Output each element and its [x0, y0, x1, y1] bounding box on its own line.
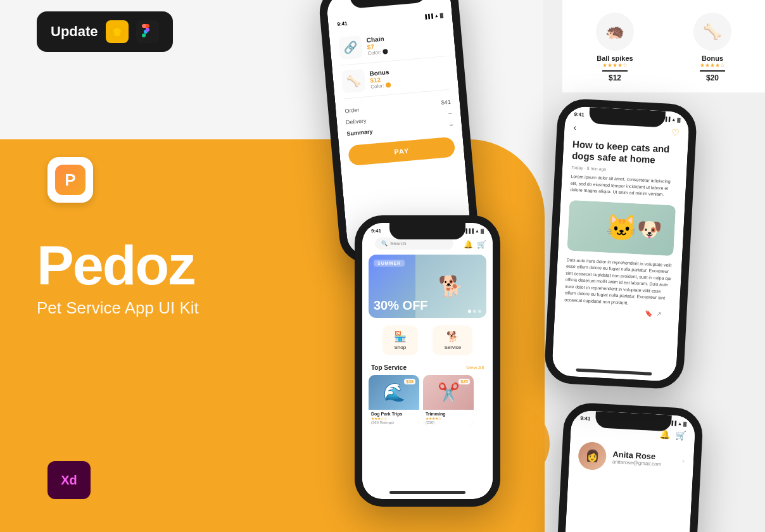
cart-item-bonus-img: 🦴: [341, 69, 366, 94]
bonus-color-label: Color:: [370, 82, 384, 89]
dot-1: [468, 310, 471, 313]
wifi-icon: ▲: [434, 13, 439, 18]
phone-article-screen: 9:41 ▐▐▐ ▲ ▓ ‹ ♡ How to keep cats and do…: [552, 106, 690, 382]
summary-value: –: [449, 122, 453, 128]
product-ball-spikes: 🦔 Ball spikes ★★★★☆ $12: [572, 13, 657, 82]
article-body-2: Duis aute irure dolor in reprehenderit i…: [555, 253, 682, 324]
home-screen-content: 9:41 ▐▐▐ ▲ ▓ 🔍 Search 🔔 🛒 SUMMER 🐕: [362, 223, 493, 499]
cart-status-icons: ▐▐▐ ▲ ▓: [424, 12, 444, 20]
chain-color-label: Color:: [367, 49, 381, 56]
phone-article: 9:41 ▐▐▐ ▲ ▓ ‹ ♡ How to keep cats and do…: [543, 98, 697, 390]
banner-dots: [468, 310, 481, 313]
cart-item-chain-details: Chain $7 Color:: [366, 35, 388, 56]
pay-button[interactable]: PAY: [348, 137, 455, 167]
xd-label: Xd: [61, 473, 77, 488]
article-screen-content: 9:41 ▐▐▐ ▲ ▓ ‹ ♡ How to keep cats and do…: [552, 106, 690, 382]
dot-3: [478, 310, 481, 313]
trim-rating-count: (236): [426, 421, 471, 424]
delivery-label: Delivery: [346, 118, 367, 126]
article-image-dog: 🐶: [636, 217, 662, 242]
article-image-cat: 🐱: [605, 212, 638, 244]
article-battery: ▓: [677, 117, 680, 122]
top-service-header: Top Service View All: [362, 363, 493, 372]
home-battery: ▓: [481, 229, 484, 233]
update-badge: Update: [37, 11, 173, 52]
home-banner: SUMMER 🐕 30% OFF: [369, 255, 486, 318]
figma-icon: [136, 20, 159, 43]
app-icon: P: [47, 157, 93, 203]
phone-home: 9:41 ▐▐▐ ▲ ▓ 🔍 Search 🔔 🛒 SUMMER 🐕: [355, 215, 500, 507]
chevron-right-icon: ›: [682, 456, 685, 465]
top-service-title: Top Service: [371, 364, 407, 371]
home-nav: 🏪 Shop 🐕 Service: [369, 320, 486, 360]
xd-icon: Xd: [47, 461, 91, 499]
summary-label: Summary: [346, 129, 373, 137]
product-img-bonus: 🦴: [693, 13, 731, 51]
order-value: $41: [441, 99, 451, 106]
service-card-trimming[interactable]: ✂️ $25 Trimming ★★★★☆ (236): [423, 375, 474, 426]
article-wifi: ▲: [671, 117, 676, 122]
dog-stars: ★★★☆☆: [371, 416, 387, 421]
service-card-dog-info: Dog Park Trips ★★★☆☆ (366 Ratings): [369, 410, 419, 426]
signal-icon: ▐▐▐: [424, 14, 433, 19]
nav-service[interactable]: 🐕 Service: [433, 326, 472, 355]
phone-home-screen: 9:41 ▐▐▐ ▲ ▓ 🔍 Search 🔔 🛒 SUMMER 🐕: [362, 223, 493, 499]
home-status-icons: ▐▐▐ ▲ ▓: [464, 228, 484, 234]
product-bonus: 🦴 Bonus ★★★★☆ $20: [670, 13, 755, 82]
chain-color-dot: [382, 49, 388, 54]
sketch-icon: [106, 20, 129, 43]
service-card-dog-park[interactable]: 🌊 $38 Dog Park Trips ★★★☆☆ (366 Ratings): [369, 375, 419, 426]
profile-time: 9:41: [580, 415, 590, 422]
share-icons: 🔖 ↗: [564, 303, 671, 320]
service-card-trim-rating: ★★★★☆: [426, 416, 471, 421]
app-icon-inner: P: [55, 165, 85, 195]
profile-battery: ▓: [683, 421, 686, 426]
product-img-ball: 🦔: [596, 13, 634, 51]
dot-2: [473, 310, 476, 313]
service-card-dog-rating: ★★★☆☆: [371, 416, 417, 421]
cart-item-bonus-color: Color:: [370, 82, 391, 89]
profile-user-row: 👩 Anita Rose anitarose@gmail.com ›: [569, 436, 695, 480]
home-signal: ▐▐▐: [464, 229, 474, 233]
share-icon[interactable]: ↗: [656, 309, 662, 319]
cart-item-chain-color: Color:: [367, 49, 388, 56]
delivery-value: –: [448, 110, 452, 117]
search-placeholder: Search: [390, 241, 406, 246]
profile-cart-icon[interactable]: 🛒: [675, 430, 686, 441]
heart-icon[interactable]: ♡: [671, 127, 680, 138]
search-icon: 🔍: [381, 241, 388, 246]
nav-shop[interactable]: 🏪 Shop: [382, 326, 418, 355]
article-image-bg: 🐱 🐶: [567, 200, 676, 256]
product-price-ball: $12: [572, 73, 657, 82]
nav-shop-label: Shop: [394, 345, 406, 350]
view-all-link[interactable]: View All: [466, 365, 484, 370]
home-wifi: ▲: [475, 229, 479, 233]
app-name: Pedoz: [37, 238, 199, 293]
service-icon: 🐕: [446, 331, 459, 343]
article-body-2-text: Duis aute irure dolor in reprehenderit i…: [564, 257, 672, 305]
update-label: Update: [51, 23, 98, 40]
home-time: 9:41: [371, 228, 381, 234]
cart-icon[interactable]: 🛒: [477, 240, 486, 249]
bookmark-icon[interactable]: 🔖: [645, 308, 653, 319]
service-card-dog-price: $38: [404, 379, 415, 384]
cart-item-bonus-details: Bonus $12 Color:: [369, 68, 391, 89]
service-cards: 🌊 $38 Dog Park Trips ★★★☆☆ (366 Ratings)…: [362, 372, 493, 429]
back-icon[interactable]: ‹: [573, 122, 577, 132]
order-label: Order: [345, 106, 360, 114]
bell-icon[interactable]: 🔔: [464, 240, 473, 249]
product-stars-bonus: ★★★★☆: [670, 62, 755, 68]
cart-status-bar: 9:41 ▐▐▐ ▲ ▓: [336, 3, 443, 27]
service-card-trim-price: $25: [458, 379, 470, 384]
product-name-ball: Ball spikes: [572, 54, 657, 62]
bonus-color-dot: [386, 82, 391, 88]
profile-avatar: 👩: [578, 441, 607, 471]
product-display: 🦔 Ball spikes ★★★★☆ $12 🦴 Bonus ★★★★☆ $2…: [562, 0, 765, 92]
battery-icon: ▓: [439, 13, 443, 17]
product-divider: [602, 70, 628, 72]
shop-icon: 🏪: [394, 331, 407, 343]
article-time: 9:41: [574, 111, 584, 118]
phone2-notch: [389, 223, 465, 239]
trim-stars: ★★★★☆: [426, 416, 441, 421]
app-icon-letter: P: [65, 170, 75, 190]
